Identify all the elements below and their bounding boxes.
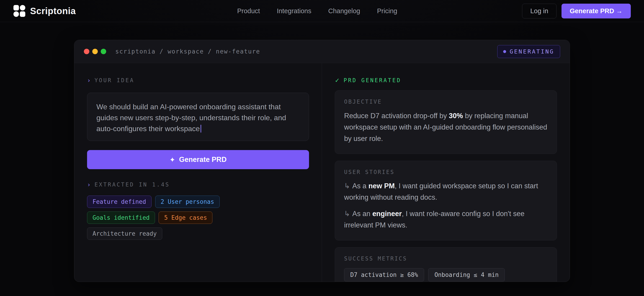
window-header: scriptonia / workspace / new-feature GEN… — [74, 40, 570, 63]
nav-link-product[interactable]: Product — [237, 7, 260, 15]
close-window-icon[interactable] — [84, 49, 89, 54]
chip-purple: Feature defined — [87, 196, 152, 208]
login-button[interactable]: Log in — [522, 4, 556, 18]
return-arrow-icon: ↳ — [344, 210, 350, 218]
app-window: scriptonia / workspace / new-feature GEN… — [74, 40, 570, 282]
prd-panel: ✓ PRD GENERATED OBJECTIVE Reduce D7 acti… — [322, 63, 570, 282]
generate-prd-nav-button[interactable]: Generate PRD → — [562, 4, 631, 18]
chip-gray: Architecture ready — [87, 228, 162, 240]
chip-green: Goals identified — [87, 212, 155, 224]
nav-actions: Log in Generate PRD → — [522, 4, 631, 18]
brand-name: Scriptonia — [30, 6, 76, 16]
text-cursor — [200, 125, 201, 133]
metric-pill: D7 activation ≥ 68% — [344, 268, 424, 282]
return-arrow-icon: ↳ — [344, 182, 350, 190]
idea-panel: › YOUR IDEA We should build an AI-powere… — [74, 63, 322, 282]
nav-link-integrations[interactable]: Integrations — [277, 7, 312, 15]
user-story: ↳As an engineer, I want role-aware confi… — [344, 208, 548, 231]
status-label: GENERATING — [510, 48, 554, 55]
chevron-right-icon: › — [87, 77, 91, 83]
prd-generated-label: ✓ PRD GENERATED — [335, 77, 557, 84]
window-body: › YOUR IDEA We should build an AI-powere… — [74, 63, 570, 282]
status-dot-icon — [503, 50, 506, 53]
nav-link-changelog[interactable]: Changelog — [328, 7, 360, 15]
user-stories-label: USER STORIES — [344, 169, 548, 175]
expand-window-icon[interactable] — [101, 49, 106, 54]
objective-label: OBJECTIVE — [344, 99, 548, 105]
metric-pills: D7 activation ≥ 68%Onboarding ≤ 4 minSup… — [344, 268, 548, 282]
extraction-chips: Feature defined2 User personasGoals iden… — [87, 196, 288, 240]
objective-card: OBJECTIVE Reduce D7 activation drop-off … — [335, 90, 557, 154]
chevron-right-icon: › — [87, 182, 91, 188]
user-stories-list: ↳As a new PM, I want guided workspace se… — [344, 180, 548, 231]
metric-pill: Onboarding ≤ 4 min — [428, 268, 505, 282]
nav-link-pricing[interactable]: Pricing — [377, 7, 397, 15]
chip-orange: 5 Edge cases — [158, 212, 212, 224]
idea-textarea[interactable]: We should build an AI-powered onboarding… — [87, 93, 309, 141]
success-metrics-card: SUCCESS METRICS D7 activation ≥ 68%Onboa… — [335, 247, 557, 282]
chip-blue: 2 User personas — [155, 196, 220, 208]
sparkle-icon: ✦ — [170, 156, 175, 164]
objective-text: Reduce D7 activation drop-off by 30% by … — [344, 110, 548, 145]
scriptonia-logo-icon — [13, 5, 26, 17]
user-stories-card: USER STORIES ↳As a new PM, I want guided… — [335, 161, 557, 241]
minimize-window-icon[interactable] — [92, 49, 98, 54]
window-controls — [84, 49, 106, 54]
nav-links: ProductIntegrationsChangelogPricing — [237, 0, 397, 22]
checkmark-icon: ✓ — [335, 77, 340, 83]
generating-status-badge: GENERATING — [497, 45, 560, 58]
extracted-label: › EXTRACTED IN 1.4S — [87, 181, 309, 188]
success-metrics-label: SUCCESS METRICS — [344, 256, 548, 262]
brand[interactable]: Scriptonia — [13, 5, 76, 17]
top-navigation: Scriptonia ProductIntegrationsChangelogP… — [0, 0, 644, 22]
breadcrumb: scriptonia / workspace / new-feature — [115, 48, 260, 55]
your-idea-label: › YOUR IDEA — [87, 77, 309, 84]
user-story: ↳As a new PM, I want guided workspace se… — [344, 180, 548, 203]
generate-prd-button[interactable]: ✦ Generate PRD — [87, 150, 309, 169]
idea-text: We should build an AI-powered onboarding… — [96, 103, 286, 133]
